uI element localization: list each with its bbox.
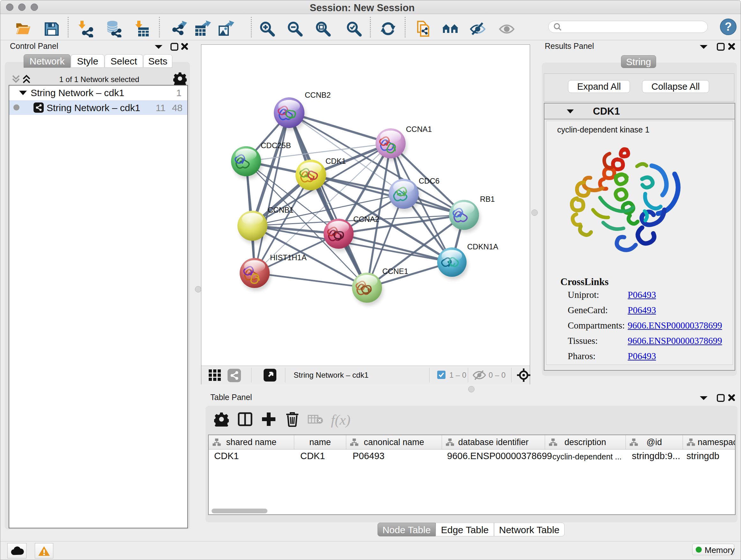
svg-text:CCNB2: CCNB2	[305, 91, 331, 99]
svg-text:CDC25B: CDC25B	[261, 141, 291, 150]
svg-text:RB1: RB1	[480, 195, 495, 203]
svg-text:CCNB1: CCNB1	[268, 206, 293, 214]
svg-text:CCNA1: CCNA1	[406, 125, 432, 133]
svg-text:HIST1H1A: HIST1H1A	[270, 253, 307, 262]
svg-text:CCNA2: CCNA2	[353, 215, 379, 224]
svg-text:CDC6: CDC6	[419, 177, 440, 185]
svg-text:CCNE1: CCNE1	[382, 267, 408, 275]
svg-text:CDK1: CDK1	[326, 157, 346, 165]
svg-text:CDKN1A: CDKN1A	[467, 242, 498, 251]
